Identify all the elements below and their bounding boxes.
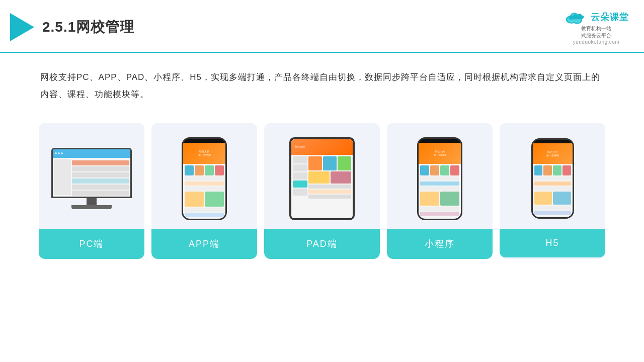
phone-grid2: [185, 192, 224, 207]
tablet-sidebar-item2: [293, 164, 307, 171]
page-title: 2.5.1网校管理: [42, 18, 134, 37]
h5-grid2: [534, 192, 571, 205]
card-miniprogram-label: 小程序: [387, 229, 493, 259]
h5-g6: [553, 192, 571, 205]
mini-row4: [420, 207, 459, 211]
brand-tagline: 教育机构一站 式服务云平台: [581, 25, 611, 39]
h5-header-text: 职达人的第一堂网课: [546, 150, 559, 157]
card-h5: 职达人的第一堂网课: [500, 123, 605, 259]
pc-row2: [72, 166, 129, 171]
card-pc: PC端: [39, 123, 144, 259]
pc-screen: [53, 149, 130, 197]
pc-dot3: [61, 152, 63, 154]
pc-dot1: [55, 152, 57, 154]
logo-arrow-icon: [10, 13, 34, 41]
pc-stand-base: [71, 205, 112, 209]
phone-grid-item2: [195, 165, 204, 175]
card-miniprogram-image: 职达人的第一堂网课: [387, 123, 493, 229]
tablet-grid-item2: [323, 156, 337, 170]
description-text: 网校支持PC、APP、PAD、小程序、H5，实现多端打通，产品各终端自由切换，数…: [0, 53, 644, 113]
mini-g3: [440, 165, 449, 175]
tablet-header-text: 网校管理: [293, 145, 306, 148]
pc-dot2: [58, 152, 60, 154]
mini-row2: [420, 182, 459, 186]
pc-sidebar: [54, 159, 71, 195]
page-header: 2.5.1网校管理 云朵课堂 教育机构一站 式服务云平台 yunduoketan…: [0, 0, 644, 53]
h5-body: [533, 164, 573, 216]
phone-header-text: 职达人的第一堂网课: [198, 150, 211, 157]
phone-grid2-item1: [185, 192, 204, 207]
tablet-header: 网校管理: [291, 139, 353, 155]
h5-g2: [543, 165, 552, 175]
phone-grid-item1: [185, 165, 194, 175]
phone-notch: [197, 139, 212, 143]
device-miniprogram-phone: 职达人的第一堂网课: [417, 137, 462, 220]
h5-header: 职达人的第一堂网课: [533, 143, 573, 164]
pc-row1: [72, 160, 129, 165]
h5-row2: [534, 182, 571, 186]
h5-row5: [534, 211, 571, 215]
mini-grid2: [420, 192, 459, 206]
pc-row6: [72, 191, 129, 196]
h5-notch: [546, 140, 559, 143]
card-app: 职达人的第一堂网课: [151, 123, 257, 259]
mini-body: [419, 164, 461, 217]
card-pc-label: PC端: [39, 229, 144, 259]
mini-g1: [420, 165, 429, 175]
mini-screen: 职达人的第一堂网课: [419, 143, 461, 219]
tablet-sidebar-item4: [293, 180, 307, 188]
card-pc-image: [39, 123, 144, 229]
card-h5-label: H5: [500, 229, 605, 257]
pc-titlebar: [53, 149, 130, 158]
pc-body: [53, 158, 130, 197]
tablet-grid-row2: [308, 171, 351, 184]
phone-grid-item3: [205, 165, 214, 175]
phone-grid-item4: [215, 165, 224, 175]
phone-grid1: [185, 165, 224, 175]
mini-header-text: 职达人的第一堂网课: [434, 150, 446, 157]
tablet-row1: [308, 185, 351, 189]
mini-grid1: [420, 165, 459, 175]
card-app-image: 职达人的第一堂网课: [151, 123, 257, 229]
tablet-row3: [308, 195, 351, 199]
mini-row3: [420, 187, 459, 191]
phone-row2: [185, 182, 224, 186]
device-app-phone: 职达人的第一堂网课: [182, 137, 227, 220]
h5-g5: [534, 192, 552, 205]
mini-notch: [432, 139, 447, 143]
card-h5-image: 职达人的第一堂网课: [500, 123, 605, 229]
tablet-main: [308, 156, 351, 217]
h5-g1: [534, 165, 543, 175]
mini-g5: [420, 192, 439, 206]
pc-stand-neck: [87, 198, 97, 205]
tablet-sidebar-item3: [293, 172, 307, 179]
mini-g6: [440, 192, 459, 206]
phone-screen: 职达人的第一堂网课: [183, 143, 225, 219]
phone-row4: [185, 208, 224, 212]
phone-row1: [185, 176, 224, 180]
card-pad-label: PAD端: [264, 229, 380, 259]
tablet-grid-item4: [308, 171, 330, 184]
platform-cards: PC端 职达人的第一堂网课: [0, 113, 644, 269]
phone-body: [183, 164, 225, 218]
pc-row4: [72, 178, 129, 184]
tablet-body: [291, 155, 353, 218]
card-app-label: APP端: [151, 229, 257, 259]
device-h5-phone: 职达人的第一堂网课: [531, 138, 574, 219]
pc-content: [72, 160, 129, 196]
brand-url: yunduoketang.com: [573, 39, 620, 45]
header-right: 云朵课堂 教育机构一站 式服务云平台 yunduoketang.com: [564, 9, 629, 45]
pc-main: [72, 159, 129, 195]
mini-header: 职达人的第一堂网课: [419, 143, 461, 164]
tablet-grid-item5: [331, 171, 352, 184]
tablet-row2: [308, 190, 351, 194]
device-tablet: 网校管理: [289, 137, 355, 220]
phone-grid2-item2: [205, 192, 224, 207]
card-pad-image: 网校管理: [264, 123, 380, 229]
h5-screen: 职达人的第一堂网课: [533, 143, 573, 217]
tablet-sidebar: [293, 156, 307, 217]
h5-g4: [562, 165, 571, 175]
tablet-screen: 网校管理: [291, 139, 353, 218]
pc-monitor: [51, 148, 132, 198]
h5-row3: [534, 187, 571, 191]
